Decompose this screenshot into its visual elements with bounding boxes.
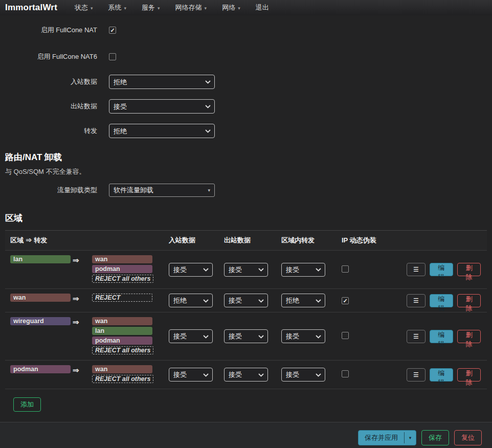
zone-forward-cell: wireguard ⇒ wan lan podman REJECT all ot… xyxy=(5,317,164,355)
output-policy-select[interactable]: 接受 xyxy=(109,99,215,114)
chevron-down-icon: ▾ xyxy=(124,6,127,11)
nav-item-label: 退出 xyxy=(256,3,269,12)
input-policy-label: 入站数据 xyxy=(5,77,97,86)
zone-menu-button[interactable]: ☰ xyxy=(407,263,426,276)
masq-checkbox[interactable] xyxy=(342,297,349,304)
reset-button[interactable]: 复位 xyxy=(454,430,482,445)
nav-item-status[interactable]: 状态 ▾ xyxy=(75,3,93,12)
forward-arrow: ⇒ xyxy=(73,294,92,303)
delete-button[interactable]: 删除 xyxy=(457,263,481,276)
table-row: wireguard ⇒ wan lan podman REJECT all ot… xyxy=(5,312,487,361)
reject-policy-badge: REJECT all others xyxy=(92,275,153,283)
zone-output-select[interactable]: 接受 xyxy=(224,294,268,307)
offload-type-row: 流量卸载类型 软件流量卸载 ▾ xyxy=(5,184,487,197)
table-row: lan ⇒ wan podman REJECT all others 接受 接受… xyxy=(5,251,487,289)
dropdown-arrow-icon[interactable]: ▾ xyxy=(405,431,416,445)
zone-badge: wan xyxy=(92,317,152,325)
dest-zones: REJECT xyxy=(92,294,164,303)
delete-button[interactable]: 删除 xyxy=(457,330,481,343)
zones-table: 区域 ⇒ 转发 入站数据 出站数据 区域内转发 IP 动态伪装 lan ⇒ wa… xyxy=(5,230,487,389)
zone-forward-select[interactable]: 拒绝 xyxy=(281,294,325,307)
fullcone-nat-checkbox[interactable] xyxy=(109,27,116,34)
col-input: 入站数据 xyxy=(164,236,219,245)
edit-button[interactable]: 编辑 xyxy=(430,263,453,276)
output-policy-label: 出站数据 xyxy=(5,102,97,111)
menu-lines-icon: ☰ xyxy=(413,371,419,378)
nav-item-label: 状态 xyxy=(75,3,88,12)
chevron-down-icon: ▾ xyxy=(205,6,207,11)
input-policy-row: 入站数据 拒绝 xyxy=(5,75,487,89)
input-policy-select[interactable]: 拒绝 xyxy=(109,75,215,89)
page-footer: 保存并应用 ▾ 保存 复位 xyxy=(0,422,492,448)
fullcone-nat6-row: 启用 FullCone NAT6 xyxy=(5,52,487,61)
masq-checkbox[interactable] xyxy=(342,265,349,273)
menu-lines-icon: ☰ xyxy=(413,297,419,304)
zone-forward-select[interactable]: 接受 xyxy=(281,329,325,343)
zone-input-select[interactable]: 接受 xyxy=(169,368,213,382)
zone-output-select[interactable]: 接受 xyxy=(224,329,268,343)
nav-item-label: 服务 xyxy=(142,3,155,12)
offload-section-title: 路由/NAT 卸载 xyxy=(5,151,487,163)
zone-badge: wan xyxy=(92,255,152,263)
output-policy-row: 出站数据 接受 xyxy=(5,99,487,114)
reject-policy-badge: REJECT all others xyxy=(92,375,153,383)
fullcone-nat6-checkbox[interactable] xyxy=(109,53,116,60)
reject-policy-badge: REJECT all others xyxy=(92,346,153,354)
edit-button[interactable]: 编辑 xyxy=(430,368,453,382)
zone-output-select[interactable]: 接受 xyxy=(224,368,268,382)
zone-forward-select[interactable]: 接受 xyxy=(281,263,325,277)
table-row: wan ⇒ REJECT 拒绝 接受 拒绝 ☰ 编辑 删除 xyxy=(5,289,487,312)
forward-policy-row: 转发 拒绝 xyxy=(5,124,487,138)
col-forward: 区域内转发 xyxy=(276,236,337,245)
navbar: ImmortalWrt 状态 ▾ 系统 ▾ 服务 ▾ 网络存储 ▾ 网络 ▾ 退… xyxy=(0,0,492,15)
masq-checkbox[interactable] xyxy=(342,370,349,377)
main-content: 启用 FullCone NAT 启用 FullCone NAT6 入站数据 拒绝… xyxy=(0,15,492,422)
zone-menu-button[interactable]: ☰ xyxy=(407,368,426,382)
zone-forward-select[interactable]: 接受 xyxy=(281,368,325,382)
chevron-down-icon: ▾ xyxy=(238,6,240,11)
offload-type-dropdown[interactable]: 软件流量卸载 ▾ xyxy=(109,184,215,197)
nav-item-nas[interactable]: 网络存储 ▾ xyxy=(175,3,207,12)
dest-zones: wan REJECT all others xyxy=(92,365,164,384)
menu-lines-icon: ☰ xyxy=(413,333,419,340)
col-output: 出站数据 xyxy=(219,236,276,245)
zone-input-select[interactable]: 拒绝 xyxy=(169,294,213,307)
save-apply-button[interactable]: 保存并应用 ▾ xyxy=(358,430,416,445)
nav-item-services[interactable]: 服务 ▾ xyxy=(142,3,160,12)
zone-badge: wireguard xyxy=(10,317,71,325)
nav-item-network[interactable]: 网络 ▾ xyxy=(222,3,240,12)
forward-arrow: ⇒ xyxy=(73,365,92,384)
col-masq: IP 动态伪装 xyxy=(337,236,401,245)
forward-policy-select[interactable]: 拒绝 xyxy=(109,124,215,138)
zone-menu-button[interactable]: ☰ xyxy=(407,294,426,307)
zone-forward-cell: lan ⇒ wan podman REJECT all others xyxy=(5,255,164,284)
dest-zones: wan lan podman REJECT all others xyxy=(92,317,164,355)
zone-badge: wan xyxy=(10,294,71,302)
delete-button[interactable]: 删除 xyxy=(457,368,481,382)
offload-type-label: 流量卸载类型 xyxy=(5,186,97,195)
brand-logo: ImmortalWrt xyxy=(5,3,57,13)
forward-arrow: ⇒ xyxy=(73,317,92,355)
nav-item-label: 系统 xyxy=(108,3,122,12)
fullcone-nat6-label: 启用 FullCone NAT6 xyxy=(5,52,97,61)
masq-checkbox[interactable] xyxy=(342,332,349,339)
add-zone-button[interactable]: 添加 xyxy=(13,397,41,412)
nav-item-logout[interactable]: 退出 xyxy=(256,3,269,12)
edit-button[interactable]: 编辑 xyxy=(430,294,453,307)
nav-item-label: 网络 xyxy=(222,3,235,12)
nav-item-label: 网络存储 xyxy=(175,3,202,12)
zone-output-select[interactable]: 接受 xyxy=(224,263,268,277)
zone-input-select[interactable]: 接受 xyxy=(169,329,213,343)
forward-policy-label: 转发 xyxy=(5,126,97,136)
nav-item-system[interactable]: 系统 ▾ xyxy=(108,3,127,12)
fullcone-nat-label: 启用 FullCone NAT xyxy=(5,26,97,35)
zone-menu-button[interactable]: ☰ xyxy=(407,330,426,343)
save-button[interactable]: 保存 xyxy=(421,430,449,445)
zone-badge: podman xyxy=(92,337,152,345)
zone-input-select[interactable]: 接受 xyxy=(169,263,213,277)
nav-menu: 状态 ▾ 系统 ▾ 服务 ▾ 网络存储 ▾ 网络 ▾ 退出 xyxy=(75,3,269,12)
delete-button[interactable]: 删除 xyxy=(457,294,481,307)
edit-button[interactable]: 编辑 xyxy=(430,330,453,343)
zone-badge: podman xyxy=(92,265,152,273)
col-zone-forward: 区域 ⇒ 转发 xyxy=(5,236,164,245)
